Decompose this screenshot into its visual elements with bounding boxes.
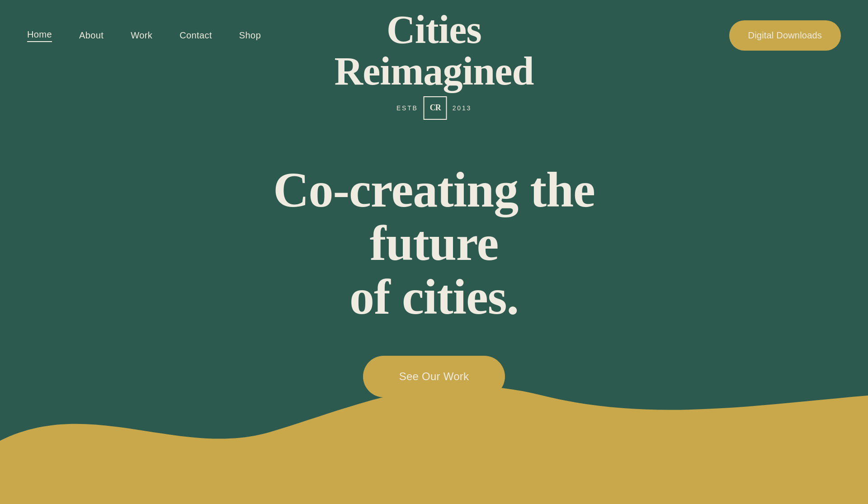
logo-emblem: CR: [424, 96, 447, 120]
see-work-button[interactable]: See Our Work: [363, 356, 505, 397]
logo-estb-left: ESTB: [396, 104, 418, 112]
nav-link-home[interactable]: Home: [27, 29, 52, 42]
nav-link-contact[interactable]: Contact: [179, 30, 212, 41]
logo: Cities Reimagined ESTB CR 2013: [335, 0, 534, 120]
logo-emblem-text: CR: [430, 103, 441, 113]
nav-link-work[interactable]: Work: [131, 30, 152, 41]
logo-badge: ESTB CR 2013: [396, 96, 472, 120]
navbar: Home About Work Contact Shop Cities Reim…: [0, 0, 868, 71]
nav-link-about[interactable]: About: [79, 30, 104, 41]
digital-downloads-button[interactable]: Digital Downloads: [729, 20, 841, 51]
nav-links: Home About Work Contact Shop: [27, 29, 261, 42]
hero-content: Co-creating the future of cities. See Ou…: [231, 163, 637, 397]
nav-link-shop[interactable]: Shop: [239, 30, 261, 41]
logo-title: Cities Reimagined: [335, 9, 534, 93]
logo-estb-year: 2013: [453, 104, 472, 112]
page-wrapper: Home About Work Contact Shop Cities Reim…: [0, 0, 868, 504]
hero-headline: Co-creating the future of cities.: [231, 163, 637, 324]
